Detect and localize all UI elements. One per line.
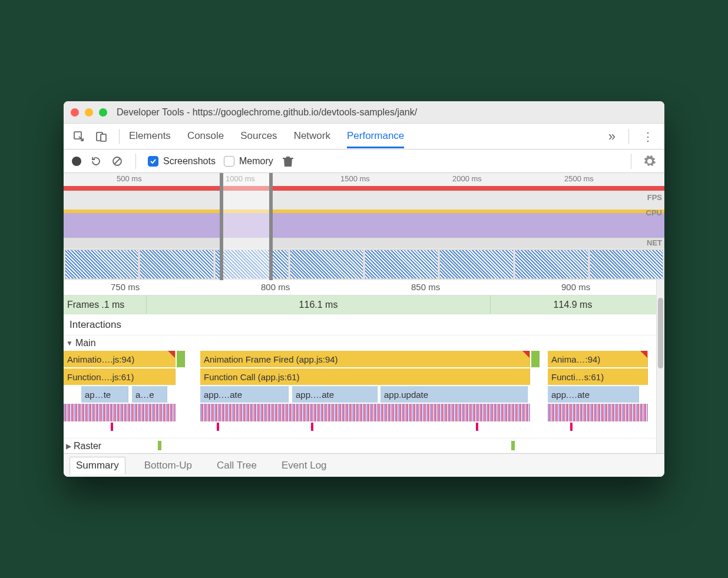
frames-row[interactable]: Frames .1 ms 116.1 ms 114.9 ms	[64, 295, 656, 314]
flame-bar-app-update[interactable]: app.…ate	[548, 386, 639, 403]
divider	[135, 154, 136, 169]
expand-icon[interactable]: ▶	[66, 442, 71, 450]
collapse-icon[interactable]: ▼	[66, 339, 73, 347]
main-label: Main	[75, 338, 96, 348]
settings-gear-icon[interactable]	[643, 155, 656, 168]
flame-ruler[interactable]: 750 ms 800 ms 850 ms 900 ms	[64, 280, 656, 295]
overview-net-lane: NET	[64, 238, 664, 248]
tab-summary[interactable]: Summary	[70, 457, 125, 474]
screenshots-label: Screenshots	[163, 156, 216, 167]
flame-bar-task[interactable]	[177, 351, 185, 367]
tab-bottom-up[interactable]: Bottom-Up	[138, 457, 198, 474]
raster-row[interactable]: ▶ Raster	[64, 438, 656, 453]
devtools-window: Developer Tools - https://googlechrome.g…	[64, 101, 664, 477]
ruler-tick: 1000 ms	[226, 174, 255, 183]
flame-bar-animation-frame[interactable]: Animatio….js:94)	[64, 351, 176, 367]
ruler-tick: 800 ms	[261, 282, 290, 292]
overview-fps-warning	[64, 186, 664, 191]
tab-call-tree[interactable]: Call Tree	[211, 457, 263, 474]
zoom-window-button[interactable]	[99, 108, 107, 117]
tab-console[interactable]: Console	[187, 124, 224, 148]
flame-bar-app-update[interactable]: a…e	[132, 386, 167, 403]
fps-label: FPS	[647, 193, 662, 202]
bottom-tabs: Summary Bottom-Up Call Tree Event Log	[64, 453, 664, 477]
flame-bar-layout[interactable]	[64, 404, 176, 421]
screenshot-thumb[interactable]	[515, 250, 588, 279]
close-window-button[interactable]	[71, 108, 79, 117]
flame-bar-thin[interactable]	[217, 423, 219, 431]
tab-network[interactable]: Network	[294, 124, 330, 148]
divider	[631, 154, 631, 169]
screenshots-checkbox[interactable]	[148, 156, 158, 167]
ruler-tick: 500 ms	[117, 174, 142, 183]
trash-icon[interactable]	[282, 155, 294, 168]
flame-bar-app-update[interactable]: app.update	[380, 386, 528, 403]
screenshot-thumb[interactable]	[590, 250, 663, 279]
reload-icon[interactable]	[90, 155, 102, 168]
raster-label: Raster	[74, 441, 101, 451]
overview-fps-lane: FPS	[64, 191, 664, 207]
flame-bar-layout[interactable]	[200, 404, 530, 421]
flame-bar-function-call[interactable]: Function….js:61)	[64, 368, 176, 385]
overview-ruler[interactable]: 500 ms 1000 ms 1500 ms 2000 ms 2500 ms	[64, 173, 664, 186]
main-thread-flame[interactable]: Animatio….js:94) Animation Frame Fired (…	[64, 351, 656, 438]
memory-checkbox[interactable]	[224, 156, 234, 167]
memory-label: Memory	[239, 156, 273, 167]
performance-toolbar: Screenshots Memory	[64, 150, 664, 173]
flame-bar-app-update[interactable]: app.…ate	[200, 386, 289, 403]
ruler-tick: 2500 ms	[564, 174, 594, 183]
screenshot-thumb[interactable]	[365, 250, 438, 279]
panel-tabs-row: Elements Console Sources Network Perform…	[64, 124, 664, 150]
flame-bar-thin[interactable]	[570, 423, 573, 431]
kebab-menu-icon[interactable]: ⋮	[638, 129, 657, 144]
overview-screenshots	[64, 248, 664, 280]
raster-bar[interactable]	[158, 441, 161, 450]
flame-bar-thin[interactable]	[476, 423, 478, 431]
flame-vertical-scrollbar[interactable]	[656, 280, 664, 453]
frame-cell[interactable]: .1 ms	[101, 300, 124, 310]
raster-bar[interactable]	[511, 441, 515, 450]
panel-tabs: Elements Console Sources Network Perform…	[129, 124, 599, 148]
flame-bar-task[interactable]	[531, 351, 540, 367]
window-controls	[71, 108, 107, 117]
clear-icon[interactable]	[111, 155, 124, 168]
cpu-label: CPU	[646, 208, 662, 217]
main-thread-header[interactable]: ▼ Main	[64, 335, 656, 351]
flame-chart[interactable]: 750 ms 800 ms 850 ms 900 ms Frames .1 ms…	[64, 280, 656, 453]
flame-bar-app-update[interactable]: app.…ate	[292, 386, 378, 403]
screenshot-thumb[interactable]	[290, 250, 363, 279]
titlebar: Developer Tools - https://googlechrome.g…	[64, 101, 664, 124]
scrollbar-thumb[interactable]	[658, 298, 663, 368]
flame-bar-function-call[interactable]: Function Call (app.js:61)	[200, 368, 530, 385]
tab-sources[interactable]: Sources	[240, 124, 277, 148]
divider	[628, 129, 629, 144]
frames-label: Frames	[64, 300, 99, 310]
flame-bar-animation-frame[interactable]: Anima…:94)	[548, 351, 648, 367]
flame-bar-animation-frame[interactable]: Animation Frame Fired (app.js:94)	[200, 351, 530, 367]
flame-bar-thin[interactable]	[111, 423, 113, 431]
device-mode-icon[interactable]	[93, 128, 110, 145]
screenshot-thumb[interactable]	[65, 250, 138, 279]
flame-bar-app-update[interactable]: ap…te	[81, 386, 128, 403]
minimize-window-button[interactable]	[85, 108, 93, 117]
frame-cell[interactable]: 114.9 ms	[490, 295, 655, 314]
interactions-row[interactable]: Interactions	[64, 314, 656, 335]
flame-bar-thin[interactable]	[311, 423, 313, 431]
inspect-element-icon[interactable]	[71, 128, 87, 145]
ruler-tick: 750 ms	[111, 282, 140, 292]
flame-bar-function-call[interactable]: Functi…s:61)	[548, 368, 648, 385]
tab-elements[interactable]: Elements	[129, 124, 171, 148]
frame-cell[interactable]: 116.1 ms	[146, 295, 490, 314]
flame-bar-layout[interactable]	[548, 404, 648, 421]
net-label: NET	[647, 238, 662, 247]
screenshot-thumb[interactable]	[215, 250, 289, 279]
ruler-tick: 2000 ms	[452, 174, 482, 183]
screenshot-thumb[interactable]	[140, 250, 213, 279]
more-tabs-icon[interactable]: »	[605, 129, 619, 144]
screenshot-thumb[interactable]	[439, 250, 513, 279]
tab-performance[interactable]: Performance	[347, 124, 404, 148]
overview-cpu-lane: CPU	[64, 207, 664, 238]
overview-pane[interactable]: 500 ms 1000 ms 1500 ms 2000 ms 2500 ms F…	[64, 173, 664, 280]
record-button[interactable]	[72, 157, 81, 166]
tab-event-log[interactable]: Event Log	[276, 457, 333, 474]
